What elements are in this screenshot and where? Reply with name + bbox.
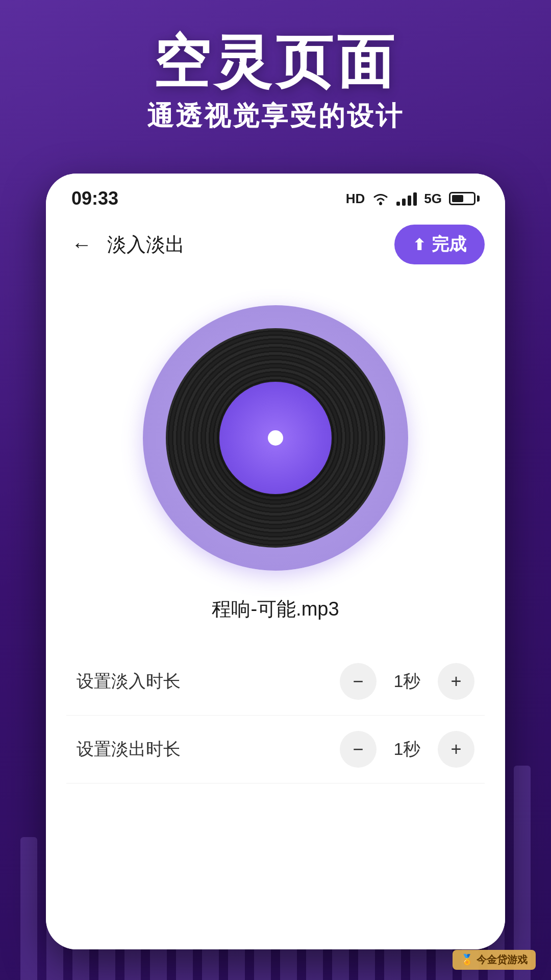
vinyl-container [143,305,408,571]
control-stepper-0: − 1秒 + [340,663,474,700]
wifi-icon [372,191,389,206]
watermark-text: 🏅 今金贷游戏 [461,954,528,965]
vinyl-center [219,382,332,494]
watermark: 🏅 今金贷游戏 [453,950,536,970]
done-button[interactable]: ⬆ 完成 [394,225,485,264]
stepper-minus-1[interactable]: − [340,731,377,768]
main-title: 空灵页面 [0,31,551,93]
vinyl-outer-ring [143,305,408,571]
signal-icon [396,191,417,206]
control-row: 设置淡出时长 − 1秒 + [66,716,485,783]
hd-badge: HD [346,191,365,207]
stepper-minus-0[interactable]: − [340,663,377,700]
controls-area: 设置淡入时长 − 1秒 + 设置淡出时长 − 1秒 + [66,648,485,783]
file-name: 程响-可能.mp3 [212,596,339,622]
stepper-plus-1[interactable]: + [438,731,474,768]
back-button[interactable]: ← [66,231,97,259]
main-content: 程响-可能.mp3 设置淡入时长 − 1秒 + 设置淡出时长 − 1秒 + [46,275,505,949]
vinyl-record [166,328,385,548]
svg-point-0 [379,202,382,205]
status-bar: 09:33 HD 5G [46,174,505,214]
stepper-plus-0[interactable]: + [438,663,474,700]
eq-bar [514,766,531,980]
status-icons: HD 5G [346,191,480,207]
nav-title: 淡入淡出 [107,232,394,258]
control-label-1: 设置淡出时长 [77,738,340,761]
eq-bar [20,837,37,980]
signal-label: 5G [424,191,442,207]
battery-icon [449,192,480,205]
done-label: 完成 [432,233,466,256]
phone-mockup: 09:33 HD 5G [46,174,505,949]
top-title-area: 空灵页面 通透视觉享受的设计 [0,31,551,134]
vinyl-hole [268,430,283,446]
control-row: 设置淡入时长 − 1秒 + [66,648,485,716]
sub-title: 通透视觉享受的设计 [0,99,551,134]
stepper-value-1: 1秒 [377,738,438,761]
control-stepper-1: − 1秒 + [340,731,474,768]
status-time: 09:33 [71,188,118,209]
done-icon: ⬆ [413,236,425,254]
control-label-0: 设置淡入时长 [77,670,340,693]
stepper-value-0: 1秒 [377,670,438,693]
nav-bar: ← 淡入淡出 ⬆ 完成 [46,214,505,275]
